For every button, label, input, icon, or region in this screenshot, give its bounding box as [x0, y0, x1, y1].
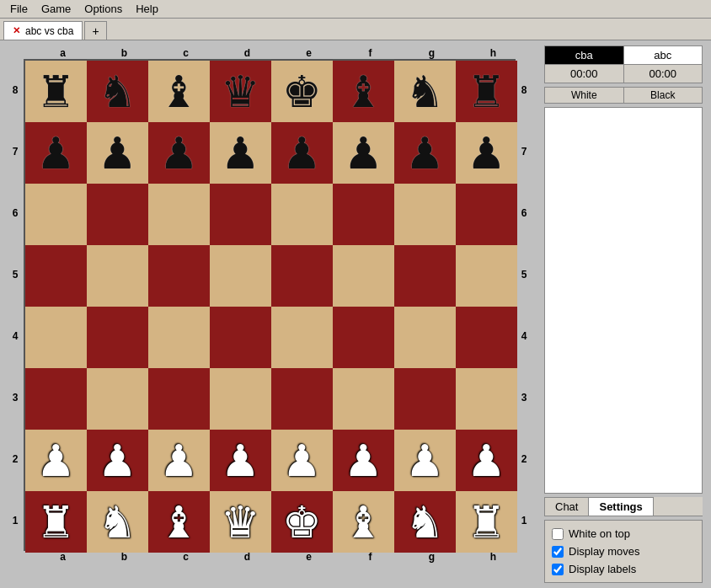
cell-4-1[interactable]: [87, 307, 148, 368]
display-moves-checkbox[interactable]: [552, 546, 564, 558]
cell-3-7[interactable]: [456, 245, 517, 307]
tab-add-button[interactable]: +: [84, 21, 106, 40]
cell-4-2[interactable]: [148, 307, 210, 368]
cell-2-2[interactable]: [148, 184, 210, 245]
cell-4-3[interactable]: [210, 307, 271, 368]
cell-3-1[interactable]: [87, 245, 148, 307]
cell-6-1[interactable]: ♟: [87, 430, 148, 491]
display-labels-checkbox[interactable]: [552, 564, 564, 575]
setting-display-moves: Display moves: [552, 545, 695, 558]
menu-file[interactable]: File: [3, 1, 35, 17]
cell-5-0[interactable]: [25, 368, 87, 430]
cell-7-3[interactable]: ♛: [210, 491, 271, 553]
cell-2-5[interactable]: [333, 184, 394, 245]
right-panel: cba abc 00:00 00:00 White Black Chat Set…: [539, 40, 708, 588]
cell-0-5[interactable]: ♝: [333, 61, 394, 122]
tab-close-icon[interactable]: ✕: [13, 25, 20, 36]
cell-5-7[interactable]: [456, 368, 517, 430]
cell-7-7[interactable]: ♜: [456, 491, 517, 553]
piece-bn: ♞: [98, 70, 137, 114]
rank-labels-right: 87654321: [516, 59, 532, 551]
menu-options[interactable]: Options: [78, 1, 129, 17]
cell-7-4[interactable]: ♚: [271, 491, 333, 553]
cell-2-4[interactable]: [271, 184, 333, 245]
cell-7-5[interactable]: ♝: [333, 491, 394, 553]
cell-5-6[interactable]: [394, 368, 456, 430]
cell-2-7[interactable]: [456, 184, 517, 245]
cell-1-2[interactable]: ♟: [148, 122, 210, 184]
cell-0-0[interactable]: ♜: [25, 61, 87, 122]
menu-help[interactable]: Help: [129, 1, 165, 17]
cell-6-4[interactable]: ♟: [271, 430, 333, 491]
tab-game[interactable]: ✕ abc vs cba: [3, 21, 83, 40]
cell-6-7[interactable]: ♟: [456, 430, 517, 491]
cell-2-1[interactable]: [87, 184, 148, 245]
cell-3-2[interactable]: [148, 245, 210, 307]
cell-3-3[interactable]: [210, 245, 271, 307]
piece-bb: ♝: [159, 70, 199, 114]
cell-5-4[interactable]: [271, 368, 333, 430]
cell-7-2[interactable]: ♝: [148, 491, 210, 553]
cell-0-6[interactable]: ♞: [394, 61, 456, 122]
rank-label-6: 6: [7, 182, 24, 243]
cell-4-5[interactable]: [333, 307, 394, 368]
cell-0-7[interactable]: ♜: [456, 61, 517, 122]
tab-settings[interactable]: Settings: [588, 497, 653, 516]
cell-3-0[interactable]: [25, 245, 87, 307]
file-label-e: e: [278, 551, 339, 563]
cell-3-5[interactable]: [333, 245, 394, 307]
cell-6-6[interactable]: ♟: [394, 430, 456, 491]
setting-white-on-top: White on top: [552, 527, 695, 540]
cell-1-5[interactable]: ♟: [333, 122, 394, 184]
cell-7-1[interactable]: ♞: [87, 491, 148, 553]
settings-panel: White on top Display moves Display label…: [544, 520, 703, 583]
cell-6-3[interactable]: ♟: [210, 430, 271, 491]
cell-1-0[interactable]: ♟: [25, 122, 87, 184]
cell-1-7[interactable]: ♟: [456, 122, 517, 184]
white-on-top-checkbox[interactable]: [552, 528, 564, 540]
cell-2-0[interactable]: [25, 184, 87, 245]
cell-1-3[interactable]: ♟: [210, 122, 271, 184]
piece-wn: ♞: [405, 500, 445, 544]
file-label-b: b: [94, 47, 155, 59]
cell-4-4[interactable]: [271, 307, 333, 368]
cell-0-4[interactable]: ♚: [271, 61, 333, 122]
menubar: File Game Options Help: [0, 0, 711, 19]
white-player-time: 00:00: [623, 65, 703, 83]
piece-wp: ♟: [159, 439, 199, 483]
tabbar: ✕ abc vs cba +: [0, 19, 711, 40]
cell-4-0[interactable]: [25, 307, 87, 368]
cell-2-3[interactable]: [210, 184, 271, 245]
piece-bp: ♟: [221, 131, 260, 175]
cell-0-2[interactable]: ♝: [148, 61, 210, 122]
cell-3-4[interactable]: [271, 245, 333, 307]
cell-1-1[interactable]: ♟: [87, 122, 148, 184]
cell-5-3[interactable]: [210, 368, 271, 430]
cell-5-1[interactable]: [87, 368, 148, 430]
cell-5-5[interactable]: [333, 368, 394, 430]
cell-3-6[interactable]: [394, 245, 456, 307]
cell-4-6[interactable]: [394, 307, 456, 368]
cell-0-3[interactable]: ♛: [210, 61, 271, 122]
file-label-a: a: [32, 551, 94, 563]
cell-2-6[interactable]: [394, 184, 456, 245]
cell-7-0[interactable]: ♜: [25, 491, 87, 553]
cell-6-5[interactable]: ♟: [333, 430, 394, 491]
move-headers: White Black: [544, 87, 703, 104]
rank-label-2: 2: [7, 428, 24, 489]
cell-0-1[interactable]: ♞: [87, 61, 148, 122]
cell-4-7[interactable]: [456, 307, 517, 368]
cell-6-2[interactable]: ♟: [148, 430, 210, 491]
tab-chat[interactable]: Chat: [544, 497, 589, 516]
cell-7-6[interactable]: ♞: [394, 491, 456, 553]
cell-1-4[interactable]: ♟: [271, 122, 333, 184]
file-label-h: h: [462, 47, 524, 59]
menu-game[interactable]: Game: [35, 1, 78, 17]
file-label-d: d: [217, 551, 278, 563]
cell-1-6[interactable]: ♟: [394, 122, 456, 184]
chess-board[interactable]: ♜♞♝♛♚♝♞♜♟♟♟♟♟♟♟♟♟♟♟♟♟♟♟♟♜♞♝♛♚♝♞♜: [24, 59, 516, 551]
cell-6-0[interactable]: ♟: [25, 430, 87, 491]
cell-5-2[interactable]: [148, 368, 210, 430]
board-area: abcdefgh 87654321 ♜♞♝♛♚♝♞♜♟♟♟♟♟♟♟♟♟♟♟♟♟♟…: [0, 40, 539, 588]
file-label-e: e: [278, 47, 339, 59]
